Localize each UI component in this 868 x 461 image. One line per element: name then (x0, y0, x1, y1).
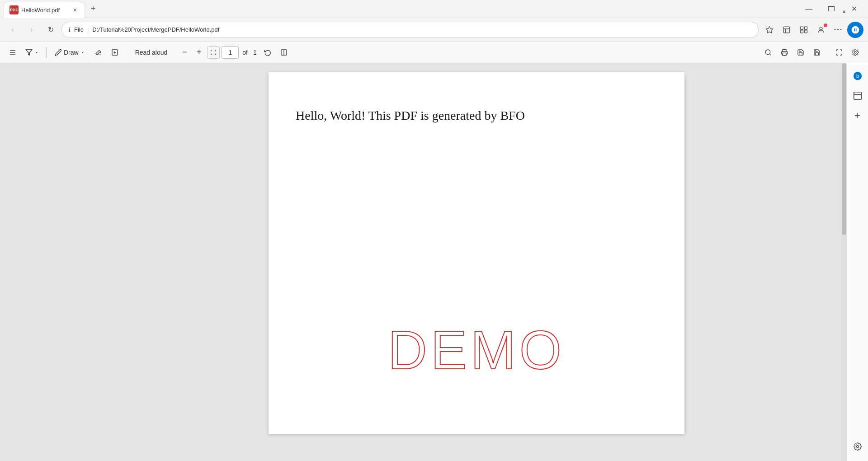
pdf-tab-icon: PDF (9, 5, 19, 14)
toolbar-divider-2 (126, 47, 126, 58)
pdf-right-tools (761, 45, 863, 60)
scrollbar-up-area: ▲ (842, 0, 846, 22)
toolbar-divider-1 (46, 47, 47, 58)
maximize-button[interactable]: 🗖 (821, 2, 842, 16)
vertical-scrollbar[interactable] (842, 63, 846, 461)
svg-point-18 (765, 50, 770, 55)
profile-notification-dot (824, 24, 827, 27)
window-controls: — 🗖 ✕ (798, 2, 864, 16)
favorites-bar-button[interactable] (778, 22, 795, 38)
svg-rect-6 (801, 30, 803, 33)
zoom-out-button[interactable]: − (178, 46, 191, 59)
read-aloud-button[interactable]: Read aloud (130, 45, 173, 60)
svg-point-8 (820, 27, 822, 30)
svg-rect-19 (783, 53, 786, 55)
more-options-button[interactable]: ··· (830, 22, 846, 38)
toolbar-divider-3 (828, 47, 828, 58)
pdf-content-area: Hello, World! This PDF is generated by B… (111, 63, 842, 461)
fullscreen-button[interactable] (832, 45, 846, 60)
collections-button[interactable] (796, 22, 812, 38)
pdf-settings-button[interactable] (848, 45, 863, 60)
svg-rect-1 (783, 27, 790, 33)
new-tab-button[interactable]: + (87, 3, 99, 15)
tab-title: HelloWorld.pdf (21, 7, 68, 14)
pdf-demo-text: DEMO (296, 320, 657, 380)
pdf-toolbar: Draw Read aloud − + of 1 (0, 42, 868, 63)
fit-button[interactable] (207, 46, 220, 59)
svg-point-25 (856, 446, 859, 448)
print-button[interactable] (777, 45, 792, 60)
back-button[interactable]: ‹ (5, 22, 21, 38)
zoom-in-button[interactable]: + (193, 46, 205, 59)
outline-button[interactable] (5, 45, 20, 60)
page-number-input[interactable] (222, 46, 239, 59)
minimize-button[interactable]: — (798, 2, 819, 16)
edge-sidebar: b + (846, 63, 868, 461)
close-button[interactable]: ✕ (844, 2, 864, 16)
tab-bar: PDF HelloWorld.pdf × + (4, 0, 798, 18)
address-bar: ‹ › ↻ ℹ File | D:/Tutorial%20Project/Mer… (0, 18, 868, 42)
tab-close-button[interactable]: × (71, 6, 79, 14)
title-bar: PDF HelloWorld.pdf × + — 🗖 ✕ (0, 0, 868, 18)
bing-copilot-button[interactable] (847, 22, 863, 38)
add-sidebar-button[interactable]: + (849, 107, 867, 125)
forward-button[interactable]: › (24, 22, 40, 38)
draw-button[interactable]: Draw (50, 45, 90, 60)
text-box-button[interactable] (108, 45, 122, 60)
pdf-hello-text: Hello, World! This PDF is generated by B… (296, 108, 657, 123)
filter-button[interactable] (22, 45, 42, 60)
page-controls: − + of 1 (178, 46, 258, 59)
info-icon: ℹ (68, 26, 71, 33)
eraser-button[interactable] (91, 45, 106, 60)
split-view-button[interactable] (277, 45, 291, 60)
svg-point-20 (854, 52, 856, 53)
search-button[interactable] (761, 45, 775, 60)
rotate-button[interactable] (260, 45, 275, 60)
page-total-label: 1 (251, 49, 259, 56)
svg-text:b: b (856, 73, 859, 79)
copilot-sidebar-button[interactable]: b (849, 67, 867, 85)
svg-marker-0 (766, 26, 773, 33)
profile-button[interactable] (813, 22, 829, 38)
draw-label: Draw (64, 49, 79, 56)
pdf-page: Hello, World! This PDF is generated by B… (269, 72, 684, 434)
active-tab[interactable]: PDF HelloWorld.pdf × (4, 2, 85, 18)
svg-rect-7 (805, 30, 807, 33)
address-input[interactable]: ℹ File | D:/Tutorial%20Project/MergePDF/… (61, 22, 759, 38)
svg-rect-4 (801, 27, 803, 29)
sidebar-settings-button[interactable] (849, 437, 867, 456)
address-path: D:/Tutorial%20Project/MergePDF/HelloWorl… (92, 26, 219, 33)
page-of-label: of (241, 49, 250, 56)
browser-toolbar: ··· (761, 22, 863, 38)
svg-rect-23 (854, 92, 861, 100)
outlook-sidebar-button[interactable] (849, 87, 867, 105)
svg-rect-5 (805, 27, 807, 29)
pdf-left-panel (0, 63, 111, 461)
save-as-button[interactable] (810, 45, 824, 60)
favorites-button[interactable] (761, 22, 778, 38)
scrollbar-thumb[interactable] (842, 63, 846, 235)
save-button[interactable] (793, 45, 808, 60)
main-area: Hello, World! This PDF is generated by B… (0, 63, 868, 461)
address-separator: | (87, 26, 89, 33)
address-file-label: File (74, 26, 84, 33)
svg-marker-12 (26, 50, 32, 55)
refresh-button[interactable]: ↻ (42, 22, 59, 38)
